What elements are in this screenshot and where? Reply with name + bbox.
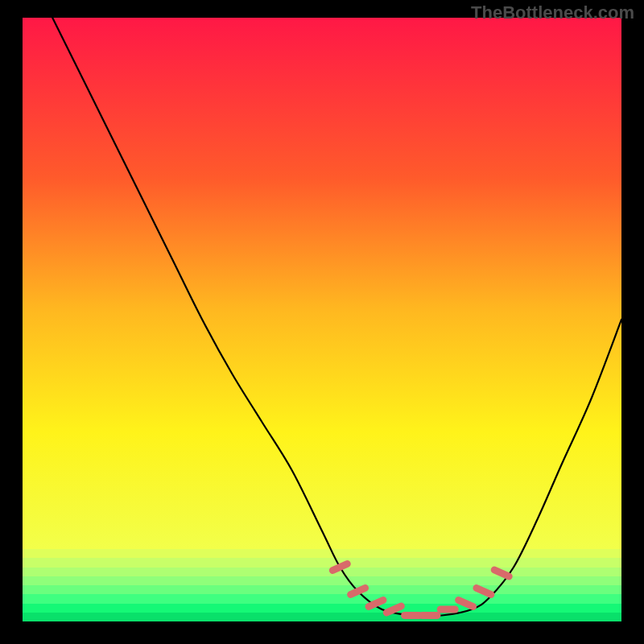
plot-area: [23, 18, 621, 621]
curve-layer: [23, 18, 621, 621]
watermark-text: TheBottleneck.com: [471, 2, 634, 23]
marker-segment: [477, 588, 491, 595]
highlight-markers: [332, 564, 509, 616]
marker-segment: [369, 601, 383, 607]
marker-segment: [494, 570, 509, 576]
marker-segment: [351, 588, 365, 595]
chart-container: TheBottleneck.com: [0, 0, 644, 644]
marker-segment: [332, 564, 347, 571]
bottleneck-curve: [52, 18, 621, 616]
marker-segment: [386, 606, 401, 613]
marker-segment: [459, 601, 473, 607]
